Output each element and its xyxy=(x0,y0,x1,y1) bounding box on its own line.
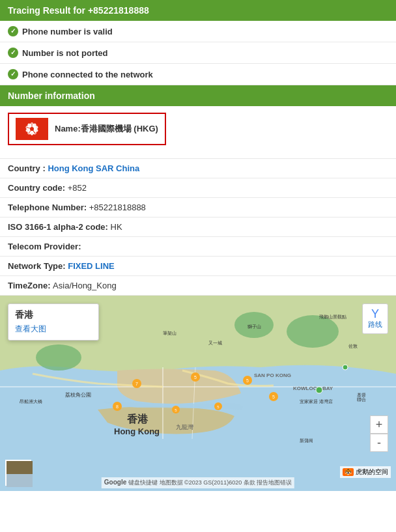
svg-point-25 xyxy=(343,365,348,370)
svg-rect-52 xyxy=(7,474,33,487)
map-popup[interactable]: 香港 查看大图 xyxy=(8,303,99,341)
detail-value-5: FIXED LINE xyxy=(68,261,115,271)
carrier-section: Name:香港國際機場 (HKG) xyxy=(0,106,396,159)
svg-text:宜家家居 港灣店: 宜家家居 港灣店 xyxy=(300,399,333,404)
zoom-out-button[interactable]: - xyxy=(370,434,388,452)
map-attribution: Google 键盘快捷键 地图数据 ©2023 GS(2011)6020 条款 … xyxy=(102,477,294,488)
svg-point-16 xyxy=(287,315,339,348)
site-watermark: 🐯 虎鹅的空间 xyxy=(340,466,391,478)
detail-rows: Country : Hong Kong SAR ChinaCountry cod… xyxy=(0,159,396,296)
detail-row-6: TimeZone: Asia/Hong_Kong xyxy=(0,276,396,296)
detail-row-3: ISO 3166-1 alpha-2 code: HK xyxy=(0,217,396,237)
svg-text:7: 7 xyxy=(135,382,138,386)
map-section[interactable]: 九龍灣 KOWLOON BAY SAN PO KONG 香港 Hong Kong… xyxy=(0,296,396,491)
svg-point-24 xyxy=(316,387,322,393)
detail-row-5: Network Type: FIXED LINE xyxy=(0,257,396,276)
detail-label-3: ISO 3166-1 alpha-2 code: xyxy=(8,222,111,232)
map-data-text: 键盘快捷键 地图数据 ©2023 GS(2011)6020 条款 报告地图错误 xyxy=(128,479,292,486)
route-button[interactable]: Y 路线 xyxy=(362,303,388,334)
connected-status-row: ✓ Phone connected to the network xyxy=(0,64,396,85)
route-label: 路线 xyxy=(368,320,382,329)
valid-status-row: ✓ Phone number is valid xyxy=(0,21,396,42)
detail-value-2: +85221818888 xyxy=(89,203,146,212)
google-copyright: Google xyxy=(104,479,126,486)
svg-text:8: 8 xyxy=(116,404,119,409)
watermark-text: 虎鹅的空间 xyxy=(356,468,388,477)
valid-check-icon: ✓ xyxy=(8,26,18,36)
svg-text:又一城: 又一城 xyxy=(208,341,222,345)
svg-text:九龍灣: 九龍灣 xyxy=(176,424,193,430)
zoom-in-button[interactable]: + xyxy=(370,415,388,434)
number-info-header: Number information xyxy=(0,85,396,106)
svg-text:昂船洲大橋: 昂船洲大橋 xyxy=(20,399,42,404)
route-icon: Y xyxy=(371,308,379,320)
svg-text:SAN PO KONG: SAN PO KONG xyxy=(254,372,291,378)
svg-text:基督: 基督 xyxy=(357,393,366,397)
connected-label: Phone connected to the network xyxy=(22,70,153,79)
detail-value-1: +852 xyxy=(68,183,87,193)
detail-label-1: Country code: xyxy=(8,183,68,193)
zoom-controls[interactable]: + - xyxy=(370,415,388,452)
detail-label-6: TimeZone: xyxy=(8,281,53,290)
detail-row-0: Country : Hong Kong SAR China xyxy=(0,159,396,178)
carrier-box: Name:香港國際機場 (HKG) xyxy=(8,113,166,145)
valid-label: Phone number is valid xyxy=(22,27,113,36)
detail-row-4: Telecom Provider: xyxy=(0,237,396,257)
header-title: Tracing Result for +85221818888 xyxy=(8,5,149,16)
svg-text:筆架山: 筆架山 xyxy=(163,331,177,335)
detail-row-1: Country code: +852 xyxy=(0,178,396,198)
detail-label-4: Telecom Provider: xyxy=(8,242,81,251)
detail-label-5: Network Type: xyxy=(8,261,68,271)
not-ported-check-icon: ✓ xyxy=(8,48,18,58)
svg-text:荔枝角公園: 荔枝角公園 xyxy=(65,392,91,398)
page-header: Tracing Result for +85221818888 xyxy=(0,0,396,21)
map-thumbnail[interactable] xyxy=(5,460,31,486)
map-popup-title: 香港 xyxy=(15,309,92,321)
carrier-name: Name:香港國際機場 (HKG) xyxy=(55,123,158,135)
detail-value-0: Hong Kong SAR China xyxy=(48,163,139,173)
map-popup-link[interactable]: 查看大图 xyxy=(15,324,46,333)
svg-text:聯合: 聯合 xyxy=(357,397,366,402)
number-info-label: Number information xyxy=(8,91,95,101)
svg-text:飛鵝山景觀點: 飛鵝山景觀點 xyxy=(319,315,346,320)
svg-text:KOWLOON BAY: KOWLOON BAY xyxy=(293,385,333,391)
detail-label-0: Country : xyxy=(8,163,48,173)
not-ported-status-row: ✓ Number is not ported xyxy=(0,42,396,64)
svg-text:香港: 香港 xyxy=(127,413,148,425)
svg-text:5: 5 xyxy=(246,378,249,383)
svg-text:Hong Kong: Hong Kong xyxy=(114,427,160,436)
svg-text:獅子山: 獅子山 xyxy=(248,324,261,329)
not-ported-label: Number is not ported xyxy=(22,48,107,58)
svg-point-18 xyxy=(36,344,81,371)
detail-label-2: Telephone Number: xyxy=(8,203,89,212)
svg-text:5: 5 xyxy=(272,395,275,399)
hk-flag xyxy=(16,118,48,140)
watermark-icon: 🐯 xyxy=(343,468,354,476)
detail-value-6: Asia/Hong_Kong xyxy=(53,281,117,290)
detail-row-2: Telephone Number: +85221818888 xyxy=(0,198,396,217)
connected-check-icon: ✓ xyxy=(8,69,18,79)
detail-value-3: HK xyxy=(111,222,122,232)
svg-text:新蒲崗: 新蒲崗 xyxy=(300,438,313,443)
svg-text:5: 5 xyxy=(194,375,197,380)
svg-text:佐敦: 佐敦 xyxy=(348,344,358,348)
